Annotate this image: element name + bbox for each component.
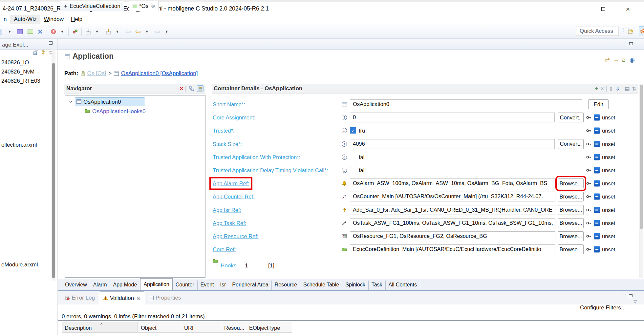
checkbox-trusted[interactable]: ✓ xyxy=(350,127,356,134)
menu-n[interactable]: n xyxy=(0,15,10,24)
editor-scrollbar-thumb[interactable] xyxy=(640,85,643,229)
form-tab-all-contents[interactable]: All Contents xyxy=(386,281,420,290)
form-tab-app-mode[interactable]: App Mode xyxy=(110,281,140,290)
back-disabled-icon[interactable]: ⇦ xyxy=(125,28,131,35)
collapse-all-icon[interactable] xyxy=(33,50,38,55)
dropdown-arrow-icon[interactable]: ▼ xyxy=(145,28,149,35)
unset-toggle[interactable] xyxy=(594,115,600,121)
remove-icon[interactable]: × xyxy=(180,85,183,92)
value-field-app-alarm-ref[interactable]: OsAlarm_ASW_100ms, OsAlarm_ASW_10ms, OsA… xyxy=(350,178,555,188)
key-icon[interactable] xyxy=(586,155,591,159)
link-with-editor-icon[interactable] xyxy=(41,50,46,55)
key-icon[interactable] xyxy=(586,142,591,146)
clipped-toolbar-icon[interactable] xyxy=(0,28,2,35)
home-icon[interactable]: ⌂ xyxy=(622,56,626,63)
minimize-view-icon[interactable] xyxy=(622,43,626,43)
field-label-app-task-ref[interactable]: App Task Ref: xyxy=(213,220,246,226)
close-tab-icon[interactable]: ⊗ xyxy=(137,295,141,301)
minimize-view-icon[interactable] xyxy=(42,42,46,42)
value-field-app-isr-ref[interactable]: Adc_Sar_0_Isr, Adc_Sar_1_Isr, CAN0_ORED_… xyxy=(350,205,555,215)
delete-icon[interactable]: × xyxy=(600,85,604,92)
form-tab-overview[interactable]: Overview xyxy=(62,281,90,290)
export-icon[interactable] xyxy=(106,28,111,35)
convert-button[interactable]: Convert.. xyxy=(558,139,584,149)
swap-arrows-icon[interactable]: ⇄ xyxy=(605,56,610,64)
tree-item-240826-rte03[interactable]: 240826_RTE03 xyxy=(1,78,40,84)
value-field-app-resource-ref[interactable]: OsResource_FG1, OsResource_FG2, OsResour… xyxy=(350,231,555,241)
unset-toggle[interactable] xyxy=(594,246,600,253)
browse-button[interactable]: Browse... xyxy=(558,218,584,228)
key-icon[interactable] xyxy=(586,169,591,172)
dropdown-arrow-icon[interactable]: ▼ xyxy=(116,28,119,35)
key-icon[interactable] xyxy=(586,129,591,133)
maximize-button[interactable] xyxy=(596,4,611,14)
back-icon[interactable]: ⇦ xyxy=(135,28,141,35)
column-header-eobjecttype[interactable]: EObjectType xyxy=(246,322,292,333)
checkbox-trusted-application-delay-timing-violation-call[interactable] xyxy=(350,167,356,173)
form-tab-spinlock[interactable]: Spinlock xyxy=(342,281,368,290)
delete-icon[interactable] xyxy=(38,28,43,35)
tree-item-240826-io[interactable]: 240826_IO xyxy=(1,59,29,66)
sort-icon[interactable]: ⇅ xyxy=(632,86,636,92)
field-label-app-alarm-ref[interactable]: App Alarm Ref: xyxy=(213,180,249,187)
form-tab-peripheral-area[interactable]: Peripheral Area xyxy=(229,281,271,290)
tree-item-osapplication0[interactable]: OsApplication0 xyxy=(83,99,121,105)
form-tab-schedule-table[interactable]: Schedule Table xyxy=(300,281,342,290)
move-up-icon[interactable]: ⇧ xyxy=(609,86,613,92)
value-field-stack-size[interactable]: 4096 xyxy=(350,139,555,149)
column-header-object[interactable]: Object xyxy=(138,322,181,333)
field-label-app-counter-ref[interactable]: App Counter Ref: xyxy=(213,194,255,200)
import-icon[interactable] xyxy=(85,28,91,35)
configure-filters-link[interactable]: Configure Filters... xyxy=(580,304,626,311)
browse-button[interactable]: Browse... xyxy=(558,244,584,254)
form-tab-alarm[interactable]: Alarm xyxy=(90,281,110,290)
form-tab-resource[interactable]: Resource xyxy=(272,281,300,290)
hooks-link[interactable]: Hooks xyxy=(221,262,236,269)
target-icon[interactable]: ◉ xyxy=(630,56,635,64)
tree-item-osapplicationhooks0[interactable]: OsApplicationHooks0 xyxy=(92,108,146,115)
move-down-icon[interactable]: ⇩ xyxy=(615,86,620,92)
browse-button[interactable]: Browse... xyxy=(558,192,584,201)
unset-toggle[interactable] xyxy=(594,180,600,187)
key-icon[interactable] xyxy=(586,116,591,119)
dropdown-arrow-icon[interactable]: ▼ xyxy=(165,28,168,35)
maximize-view-icon[interactable] xyxy=(629,42,633,45)
browse-button[interactable]: Browse... xyxy=(558,231,584,241)
value-field-app-counter-ref[interactable]: OsCounter_Main [/AUTOSAR/Os/OsCounter_Ma… xyxy=(350,192,555,201)
unset-toggle[interactable] xyxy=(594,141,600,147)
sidebar-scrollbar-thumb[interactable] xyxy=(52,63,55,278)
menu-auto-wiz[interactable]: Auto-Wiz xyxy=(10,15,40,24)
edit-form-icon[interactable]: ▤ xyxy=(625,86,630,92)
edit-button[interactable]: Edit xyxy=(588,99,609,109)
value-field-short-name[interactable]: OsApplication0 xyxy=(350,99,582,109)
breadcrumb-os-link[interactable]: Os [Os] xyxy=(87,70,106,77)
minimize-view-icon[interactable] xyxy=(622,295,626,295)
menu-help[interactable]: Help xyxy=(67,15,86,24)
unset-toggle[interactable] xyxy=(594,128,600,134)
browse-button[interactable]: Browse... xyxy=(558,205,584,215)
close-button[interactable]: × xyxy=(620,4,635,14)
add-icon[interactable]: + xyxy=(595,85,598,92)
close-tab-icon[interactable]: ⊗ xyxy=(151,3,155,9)
maximize-view-icon[interactable] xyxy=(629,294,633,297)
tree-item-ollection-arxml[interactable]: ollection.arxml xyxy=(1,142,37,148)
view-tab-properties[interactable]: Properties xyxy=(145,291,185,304)
expand-tree-icon[interactable] xyxy=(188,85,195,92)
unset-toggle[interactable] xyxy=(594,207,600,213)
tree-item-240826-nvm[interactable]: 240826_NvM xyxy=(1,69,34,75)
tab-package-explorer[interactable]: age Expl... xyxy=(2,42,28,48)
form-tab-event[interactable]: Event xyxy=(198,281,217,290)
key-icon[interactable] xyxy=(586,221,591,225)
generate-icon[interactable] xyxy=(72,28,78,35)
menu-window[interactable]: Window xyxy=(40,15,67,24)
value-field-app-task-ref[interactable]: OsTask_ASW_FG1_100ms, OsTask_ASW_FG1_10m… xyxy=(350,218,555,228)
layers-icon[interactable] xyxy=(197,85,204,92)
unset-toggle[interactable] xyxy=(594,194,600,200)
perspective-eclipse-icon[interactable] xyxy=(639,26,644,36)
dropdown-arrow-icon[interactable]: ▼ xyxy=(95,28,99,35)
unset-toggle[interactable] xyxy=(594,154,600,160)
chevron-down-icon[interactable] xyxy=(69,100,73,103)
unset-toggle[interactable] xyxy=(594,167,600,174)
forward-disabled-icon[interactable]: ⇨ xyxy=(155,28,161,35)
form-tab-isr[interactable]: Isr xyxy=(217,281,229,290)
